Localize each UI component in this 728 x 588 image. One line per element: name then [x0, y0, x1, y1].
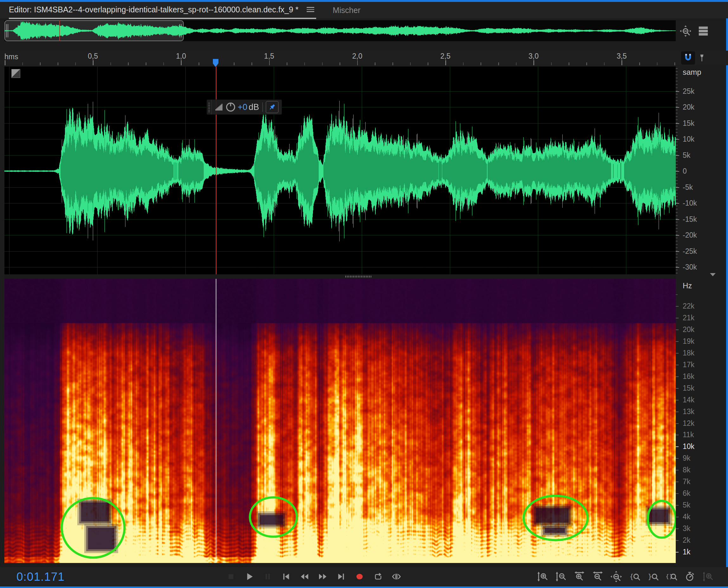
freq-axis-tick	[676, 435, 679, 435]
ruler-tick	[445, 60, 446, 65]
ruler-tick	[498, 62, 499, 65]
amp-axis-minor-tick	[676, 196, 678, 197]
amp-axis-minor-tick	[676, 177, 678, 177]
frequency-axis[interactable]: Hz22k21k20k19k18k17k16k15k14k13k12k11k10…	[676, 279, 726, 563]
amp-axis-minor-tick	[676, 257, 678, 257]
freq-axis-label: 10k	[683, 442, 694, 451]
overview-waveform[interactable]	[4, 20, 676, 41]
waveform-panel[interactable]	[4, 66, 676, 274]
freq-axis-tick	[676, 365, 679, 365]
gain-hud[interactable]: +0 dB	[207, 100, 282, 115]
hud-gain-value[interactable]: +0	[238, 102, 248, 112]
ruler-tick	[40, 62, 41, 65]
freq-axis-label: 2k	[683, 536, 690, 545]
zoom-in-vertical-button[interactable]	[534, 568, 552, 586]
hud-grip-icon[interactable]	[207, 100, 212, 114]
gain-knob-icon[interactable]	[226, 102, 236, 112]
overview-timeline-strip[interactable]	[4, 20, 676, 41]
zoom-out-vertical-button[interactable]	[552, 568, 570, 586]
amp-axis-minor-tick	[676, 113, 678, 113]
spectrogram-panel[interactable]	[4, 279, 676, 563]
freq-axis-tick	[676, 306, 679, 307]
amp-axis-label: 5k	[683, 151, 690, 159]
freq-axis-tick	[676, 528, 679, 529]
timer-button[interactable]	[681, 568, 699, 586]
channel-corner-icon[interactable]	[12, 69, 20, 78]
amp-axis-minor-tick	[676, 225, 678, 226]
ruler-tick	[375, 62, 376, 65]
ruler-tick	[76, 62, 76, 65]
freq-axis-label: 4k	[683, 512, 690, 521]
tab-mixer[interactable]: Mischer	[333, 6, 361, 15]
zoom-out-full-button[interactable]	[607, 568, 625, 586]
ruler-tick	[287, 62, 287, 65]
amp-axis-minor-tick	[676, 151, 678, 152]
zoom-in-at-in-point-button[interactable]: {	[625, 568, 644, 586]
splitter-grip-icon[interactable]	[345, 276, 372, 277]
pause-button[interactable]	[258, 568, 277, 586]
amp-axis-tick	[676, 171, 679, 172]
playhead-marker[interactable]	[213, 59, 219, 67]
zoom-in-horizontal-button[interactable]	[570, 568, 588, 586]
ruler-tick-label: 1,5	[264, 52, 274, 61]
zoom-out-horizontal-button[interactable]	[588, 568, 607, 586]
amp-axis-label: 25k	[683, 87, 694, 96]
amp-axis-minor-tick	[676, 78, 678, 78]
amp-axis-minor-tick	[676, 190, 678, 190]
freq-axis-tick	[676, 423, 679, 424]
ruler-tick	[534, 60, 534, 65]
pin-icon	[268, 103, 276, 111]
loop-playback-button[interactable]	[369, 568, 387, 586]
hud-pin-button[interactable]	[266, 101, 278, 113]
record-button[interactable]	[350, 568, 369, 586]
amplitude-axis[interactable]: 25k20k15k10k5k0-5k-10k-15k-20k-25k-30ksa…	[676, 66, 726, 274]
amp-axis-minor-tick	[676, 193, 678, 193]
waveform-display[interactable]	[4, 66, 676, 274]
spectrogram-display[interactable]	[4, 279, 676, 563]
freq-axis-tick	[676, 505, 679, 506]
axis-collapse-arrow-icon[interactable]	[710, 273, 716, 276]
zoom-to-selection-button[interactable]: {}	[662, 568, 681, 586]
editor-rows-icon[interactable]	[697, 25, 710, 37]
skip-to-start-button[interactable]	[277, 568, 295, 586]
amp-axis-tick	[676, 203, 679, 204]
panel-splitter[interactable]	[4, 274, 676, 279]
tab-editor[interactable]: Editor: ISM4SBA2--4-overlapping-identica…	[9, 1, 316, 19]
ruler-tick	[551, 62, 552, 65]
skip-selection-button[interactable]	[387, 568, 406, 586]
freq-axis-tick	[676, 493, 679, 494]
marker-icon[interactable]	[698, 52, 706, 63]
amp-axis-tick	[676, 155, 679, 156]
amp-axis-minor-tick	[676, 273, 678, 273]
amp-axis-minor-tick	[676, 180, 678, 181]
zoom-vertical-button-disabled[interactable]	[699, 568, 717, 586]
freq-axis-label: 19k	[683, 337, 694, 345]
amp-axis-minor-tick	[676, 231, 678, 232]
amp-axis-minor-tick	[676, 129, 678, 130]
stop-button[interactable]	[222, 568, 240, 586]
transport-buttons	[222, 568, 406, 586]
amp-axis-minor-tick	[676, 270, 678, 270]
amp-axis-minor-tick	[676, 158, 678, 159]
skip-to-end-button[interactable]	[332, 568, 350, 586]
time-ruler[interactable]: hms 0,51,01,52,02,53,03,5	[0, 51, 728, 65]
playhead-time-display[interactable]: 0:01.171	[17, 570, 65, 584]
fast-forward-button[interactable]	[314, 568, 332, 586]
ruler-tick	[252, 62, 252, 65]
zoom-out-full-icon[interactable]	[680, 25, 691, 37]
freq-axis-minor-tick	[676, 294, 678, 295]
panel-menu-icon[interactable]	[307, 7, 314, 12]
freq-axis-label: 8k	[683, 466, 690, 474]
amp-axis-label: 20k	[683, 103, 694, 111]
zoom-in-at-out-point-button[interactable]: }	[644, 568, 662, 586]
rewind-button[interactable]	[295, 568, 314, 586]
play-button[interactable]	[240, 568, 258, 586]
hud-gain-unit: dB	[249, 102, 259, 112]
amp-axis-minor-tick	[676, 135, 678, 136]
snap-magnet-icon[interactable]	[681, 51, 695, 65]
ruler-tick	[410, 62, 411, 65]
amp-axis-minor-tick	[676, 212, 678, 213]
ruler-tick	[428, 62, 428, 65]
ruler-tick	[392, 62, 393, 65]
zoom-toolbar: {}{}	[534, 568, 717, 586]
